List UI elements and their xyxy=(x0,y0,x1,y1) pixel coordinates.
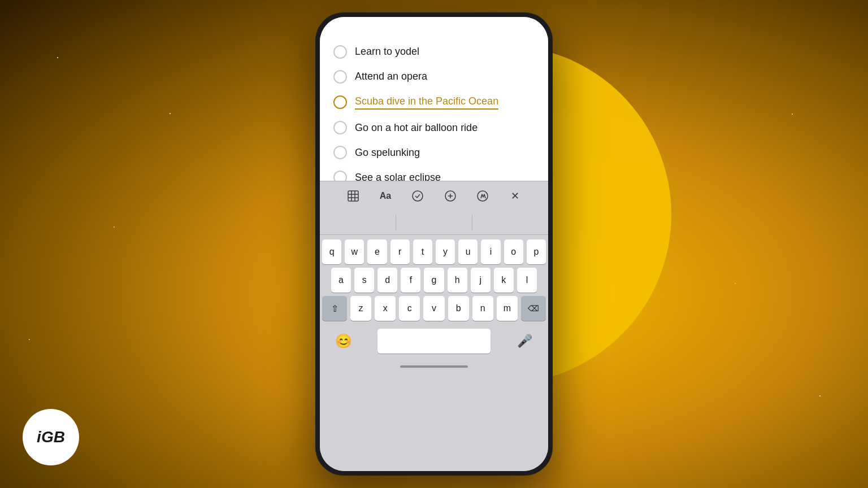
predict-item-1[interactable] xyxy=(320,220,396,225)
checkbox-6[interactable] xyxy=(333,171,347,181)
predict-item-3[interactable] xyxy=(472,220,548,225)
add-circle-icon[interactable] xyxy=(440,186,461,206)
list-item[interactable]: Go on a hot air balloon ride xyxy=(333,115,535,140)
key-n[interactable]: n xyxy=(472,296,493,321)
keyboard-row-2: a s d f g h j k l xyxy=(320,268,548,293)
notes-top-spacer xyxy=(333,28,535,40)
home-indicator-area xyxy=(320,358,548,375)
home-indicator xyxy=(400,365,468,368)
key-r[interactable]: r xyxy=(390,239,410,264)
keyboard-bottom-bar: 😊 🎤 xyxy=(320,324,548,358)
close-icon[interactable]: ✕ xyxy=(505,186,525,206)
checkmark-circle-icon[interactable] xyxy=(407,186,428,206)
key-q[interactable]: q xyxy=(322,239,341,264)
list-item-selected[interactable]: Scuba dive in the Pacific Ocean xyxy=(333,89,535,115)
markup-icon[interactable] xyxy=(472,186,493,206)
key-l[interactable]: l xyxy=(517,268,537,293)
list-item[interactable]: See a solar eclipse xyxy=(333,165,535,181)
item-text-6: See a solar eclipse xyxy=(355,171,441,181)
mic-key[interactable]: 🎤 xyxy=(514,331,535,351)
key-d[interactable]: d xyxy=(377,268,397,293)
item-text-2: Attend an opera xyxy=(355,70,427,83)
key-s[interactable]: s xyxy=(354,268,374,293)
key-z[interactable]: z xyxy=(350,296,371,321)
svg-rect-0 xyxy=(348,191,358,201)
key-b[interactable]: b xyxy=(448,296,469,321)
space-key[interactable] xyxy=(377,329,491,354)
phone-screen: Learn to yodel Attend an opera Scuba div… xyxy=(320,17,548,471)
checkbox-2[interactable] xyxy=(333,70,347,84)
key-f[interactable]: f xyxy=(401,268,420,293)
keyboard-row-3: ⇧ z x c v b n m ⌫ xyxy=(320,296,548,321)
svg-point-5 xyxy=(413,191,423,201)
key-o[interactable]: o xyxy=(504,239,523,264)
key-t[interactable]: t xyxy=(413,239,432,264)
key-c[interactable]: c xyxy=(399,296,420,321)
keyboard-section: q w e r t y u i o p a s xyxy=(320,210,548,471)
item-text-5: Go spelunking xyxy=(355,146,420,159)
predictive-text-bar xyxy=(320,210,548,235)
key-a[interactable]: a xyxy=(331,268,351,293)
key-v[interactable]: v xyxy=(423,296,444,321)
notes-content: Learn to yodel Attend an opera Scuba div… xyxy=(320,17,548,181)
checkbox-3[interactable] xyxy=(333,95,347,109)
item-text-4: Go on a hot air balloon ride xyxy=(355,121,478,134)
igb-logo: iGB xyxy=(23,409,79,465)
key-i[interactable]: i xyxy=(481,239,500,264)
key-k[interactable]: k xyxy=(494,268,514,293)
checkbox-1[interactable] xyxy=(333,45,347,59)
phone-device: Learn to yodel Attend an opera Scuba div… xyxy=(315,12,553,476)
shift-key[interactable]: ⇧ xyxy=(322,296,347,321)
key-x[interactable]: x xyxy=(375,296,396,321)
item-text-3: Scuba dive in the Pacific Ocean xyxy=(355,95,498,110)
predict-item-2[interactable] xyxy=(396,220,472,225)
table-icon[interactable] xyxy=(343,186,363,206)
item-text-1: Learn to yodel xyxy=(355,45,419,58)
checkbox-4[interactable] xyxy=(333,121,347,134)
screen-inner: Learn to yodel Attend an opera Scuba div… xyxy=(320,17,548,471)
list-item[interactable]: Learn to yodel xyxy=(333,40,535,64)
igb-logo-text: iGB xyxy=(37,428,65,446)
key-e[interactable]: e xyxy=(367,239,387,264)
key-g[interactable]: g xyxy=(424,268,444,293)
formatting-toolbar: Aa xyxy=(320,181,548,210)
list-item[interactable]: Attend an opera xyxy=(333,64,535,89)
emoji-key[interactable]: 😊 xyxy=(333,331,354,351)
key-y[interactable]: y xyxy=(436,239,455,264)
key-p[interactable]: p xyxy=(527,239,546,264)
phone-wrapper: Learn to yodel Attend an opera Scuba div… xyxy=(298,0,570,488)
font-icon[interactable]: Aa xyxy=(375,186,396,206)
key-j[interactable]: j xyxy=(471,268,491,293)
checkbox-5[interactable] xyxy=(333,146,347,159)
key-m[interactable]: m xyxy=(497,296,518,321)
key-w[interactable]: w xyxy=(345,239,364,264)
list-item[interactable]: Go spelunking xyxy=(333,140,535,165)
key-h[interactable]: h xyxy=(448,268,467,293)
keyboard-row-1: q w e r t y u i o p xyxy=(320,239,548,264)
backspace-key[interactable]: ⌫ xyxy=(521,296,546,321)
key-u[interactable]: u xyxy=(458,239,478,264)
